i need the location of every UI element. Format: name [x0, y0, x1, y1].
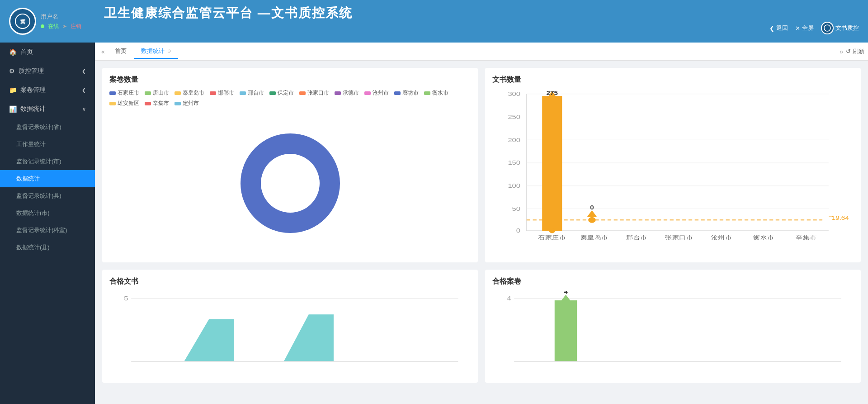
refresh-icon: ↺ [846, 48, 851, 55]
svg-text:4: 4 [564, 291, 568, 295]
home-icon: 🏠 [9, 48, 17, 56]
svg-text:275: 275 [547, 90, 558, 96]
refresh-label: 刷新 [853, 48, 864, 56]
sidebar-sub-3-label: 监督记录统计(市) [16, 158, 61, 165]
legend-color-qinhuangdao [175, 91, 181, 95]
legend-color-handan [210, 91, 216, 95]
legend-label-shijiazhuang: 石家庄市 [118, 89, 139, 97]
legend-label-chengde: 承德市 [343, 89, 359, 97]
chart-hege-wenshu-title: 合格文书 [109, 277, 471, 286]
refresh-button[interactable]: ↺ 刷新 [846, 48, 864, 56]
sidebar-case-label: 案卷管理 [20, 86, 46, 94]
svg-text:4: 4 [507, 295, 511, 302]
wenshuzhi-button[interactable]: 文书质控 [821, 22, 859, 34]
legend-label-xingjishi: 辛集市 [153, 100, 169, 107]
fullscreen-label: 全屏 [802, 24, 814, 32]
fullscreen-icon: ✕ [795, 25, 800, 32]
hege-anjuan-area: 4 4 [492, 291, 854, 375]
svg-text:冀: 冀 [20, 19, 26, 24]
svg-text:衡水市: 衡水市 [753, 235, 774, 241]
online-dot [41, 24, 44, 28]
legend-color-baoding [269, 91, 276, 95]
bar-shijiazhuang[interactable] [542, 96, 562, 231]
sidebar-sub-7-label: 监督记录统计(科室) [16, 227, 67, 233]
svg-text:5: 5 [124, 295, 128, 302]
legend-xingtai: 邢台市 [240, 89, 264, 97]
tab-next-button[interactable]: » [837, 48, 846, 55]
legend-label-cangzhou: 沧州市 [373, 89, 389, 97]
legend-label-qinhuangdao: 秦皇岛市 [183, 89, 204, 97]
sidebar-sub-8-label: 数据统计(县) [16, 244, 50, 251]
chart-wenshu: 文书数量 [485, 68, 861, 262]
sidebar-sub-2-label: 工作量统计 [16, 141, 46, 147]
sidebar-sub-5[interactable]: 监督记录统计(县) [0, 187, 95, 204]
main-layout: 🏠 首页 ⚙ 质控管理 ❮ 📁 案卷管理 ❮ 📊 数据统计 ∨ 监督记录统计(省… [0, 43, 868, 404]
legend-label-xingtai: 邢台市 [248, 89, 264, 97]
tab-data-statistics[interactable]: 数据统计 ⊙ [134, 44, 178, 59]
sidebar-sub-1-label: 监督记录统计(省) [16, 124, 61, 130]
sidebar-sub-5-label: 监督记录统计(县) [16, 192, 61, 199]
legend-chengde: 承德市 [335, 89, 359, 97]
svg-text:邢台市: 邢台市 [626, 235, 647, 241]
svg-text:250: 250 [508, 114, 520, 120]
svg-text:50: 50 [512, 205, 520, 212]
tab-bar: « 首页 数据统计 ⊙ » ↺ 刷新 [95, 43, 868, 61]
sidebar-item-home[interactable]: 🏠 首页 [0, 43, 95, 62]
svg-text:0: 0 [590, 204, 594, 210]
sidebar-sub-6[interactable]: 数据统计(市) [0, 204, 95, 222]
wenshuzhi-icon [821, 22, 834, 34]
content-area: « 首页 数据统计 ⊙ » ↺ 刷新 案卷数量 [95, 43, 868, 404]
user-status: 在线 ➤ 注销 [41, 23, 81, 30]
tab-home[interactable]: 首页 [108, 44, 134, 59]
svg-marker-42 [561, 295, 571, 301]
sidebar-sub-7[interactable]: 监督记录统计(科室) [0, 222, 95, 239]
sidebar-home-label: 首页 [20, 48, 33, 56]
sidebar-item-data[interactable]: 📊 数据统计 ∨ [0, 100, 95, 119]
legend-color-hengshui [424, 91, 430, 95]
tab-data-label: 数据统计 [141, 47, 165, 55]
chart-hege-wenshu: 合格文书 5 [102, 270, 478, 383]
back-icon: ❮ [769, 25, 774, 32]
sidebar-sub-3[interactable]: 监督记录统计(市) [0, 153, 95, 170]
tab-home-label: 首页 [115, 47, 127, 55]
charts-area: 案卷数量 石家庄市 唐山市 秦皇岛市 [95, 61, 868, 404]
legend-label-dingzhou: 定州市 [183, 100, 199, 107]
legend-color-xiongan [109, 102, 116, 105]
svg-point-35 [549, 228, 555, 233]
main-title: 卫生健康综合监管云平台 —文书质控系统 [104, 5, 859, 22]
sidebar-sub-1[interactable]: 监督记录统计(省) [0, 119, 95, 136]
donut-chart-container [109, 111, 471, 255]
sidebar-item-quality[interactable]: ⚙ 质控管理 ❮ [0, 62, 95, 81]
svg-point-25 [588, 217, 596, 223]
svg-text:张家口市: 张家口市 [665, 235, 693, 241]
tab-prev-button[interactable]: « [99, 48, 108, 55]
header-main: 卫生健康综合监管云平台 —文书质控系统 ❮ 返回 ✕ 全屏 文书质控 [104, 5, 859, 38]
fullscreen-button[interactable]: ✕ 全屏 [795, 24, 814, 32]
back-button[interactable]: ❮ 返回 [769, 24, 788, 32]
legend-cangzhou: 沧州市 [364, 89, 389, 97]
legend-label-tangshan: 唐山市 [153, 89, 169, 97]
data-arrow-icon: ∨ [82, 106, 86, 112]
sidebar-sub-8[interactable]: 数据统计(县) [0, 239, 95, 256]
svg-text:秦皇岛市: 秦皇岛市 [580, 235, 609, 241]
legend-color-langfang [394, 91, 401, 95]
chart-anjuan-title: 案卷数量 [109, 75, 471, 85]
top-header: 冀 用户名 在线 ➤ 注销 卫生健康综合监管云平台 —文书质控系统 ❮ 返回 ✕… [0, 0, 868, 43]
legend-dingzhou: 定州市 [175, 100, 199, 107]
charts-top-row: 案卷数量 石家庄市 唐山市 秦皇岛市 [102, 68, 861, 262]
svg-text:100: 100 [508, 183, 520, 189]
user-info: 用户名 在线 ➤ 注销 [41, 13, 81, 30]
status-online-label: 在线 [48, 23, 59, 30]
status-logout-label[interactable]: 注销 [71, 23, 81, 30]
sidebar-sub-4-label: 数据统计 [16, 175, 40, 182]
sidebar-sub-4[interactable]: 数据统计 [0, 170, 95, 187]
legend-hengshui: 衡水市 [424, 89, 448, 97]
legend-color-chengde [335, 91, 341, 95]
legend-label-handan: 邯郸市 [218, 89, 234, 97]
tab-close-icon[interactable]: ⊙ [167, 48, 171, 53]
quality-arrow-icon: ❮ [82, 68, 86, 74]
sidebar-sub-2[interactable]: 工作量统计 [0, 136, 95, 153]
sidebar-item-case[interactable]: 📁 案卷管理 ❮ [0, 81, 95, 100]
wenshuzhi-label: 文书质控 [835, 24, 859, 32]
chart-wenshu-title: 文书数量 [492, 75, 854, 85]
